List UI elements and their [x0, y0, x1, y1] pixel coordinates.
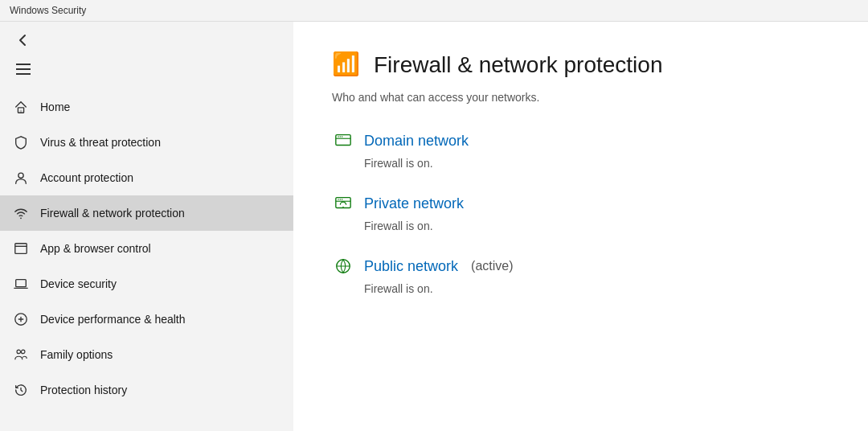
heart-icon — [13, 311, 29, 327]
sidebar-item-label-firewall: Firewall & network protection — [40, 207, 185, 220]
wifi-icon — [13, 205, 29, 221]
back-button[interactable] — [10, 28, 284, 52]
network-icon-public — [332, 255, 354, 277]
sidebar-item-history[interactable]: Protection history — [0, 372, 293, 408]
network-header-public: Public network (active) — [332, 255, 829, 277]
hamburger-button[interactable] — [10, 59, 284, 80]
network-icon-private — [332, 192, 354, 215]
svg-rect-4 — [15, 244, 27, 254]
sidebar-top — [0, 22, 293, 86]
sidebar-item-firewall[interactable]: Firewall & network protection — [0, 195, 293, 231]
network-name-domain[interactable]: Domain network — [364, 133, 469, 150]
page-title: Firewall & network protection — [374, 52, 662, 78]
sidebar-item-label-account: Account protection — [40, 171, 133, 184]
sidebar-item-devicehealth[interactable]: Device performance & health — [0, 302, 293, 337]
person-icon — [13, 170, 29, 186]
network-name-public[interactable]: Public network — [364, 258, 458, 275]
sidebar-item-virus[interactable]: Virus & threat protection — [0, 125, 293, 160]
svg-point-19 — [340, 199, 341, 199]
sidebar-item-label-virus: Virus & threat protection — [40, 136, 161, 149]
sidebar-item-account[interactable]: Account protection — [0, 160, 293, 195]
network-status-private: Firewall is on. — [364, 220, 829, 232]
page-subtitle: Who and what can access your networks. — [332, 91, 829, 104]
network-name-private[interactable]: Private network — [364, 195, 464, 212]
network-section-private: Private networkFirewall is on. — [332, 192, 829, 232]
sidebar-item-devicesecurity[interactable]: Device security — [0, 266, 293, 302]
laptop-icon — [13, 276, 29, 292]
page-header-icon: 📶 — [332, 47, 361, 83]
svg-point-2 — [18, 173, 23, 178]
network-sections: Domain networkFirewall is on.Private net… — [332, 129, 829, 295]
hamburger-icon — [16, 64, 31, 75]
network-status-domain: Firewall is on. — [364, 157, 829, 170]
title-bar: Windows Security — [0, 0, 868, 22]
svg-point-20 — [342, 199, 342, 199]
svg-point-13 — [338, 136, 338, 137]
sidebar: HomeVirus & threat protectionAccount pro… — [0, 22, 293, 431]
content-area: 📶 Firewall & network protection Who and … — [293, 22, 868, 431]
network-status-public: Firewall is on. — [364, 282, 829, 295]
sidebar-item-label-devicesecurity: Device security — [40, 277, 117, 290]
network-header-domain: Domain network — [332, 129, 829, 152]
title-bar-text: Windows Security — [10, 5, 86, 16]
svg-point-18 — [338, 199, 338, 199]
svg-point-3 — [20, 217, 22, 219]
firewall-page-icon: 📶 — [332, 47, 361, 76]
sidebar-item-label-history: Protection history — [40, 384, 127, 396]
sidebar-item-appbrowser[interactable]: App & browser control — [0, 231, 293, 266]
sidebar-item-home[interactable]: Home — [0, 89, 293, 125]
svg-point-8 — [17, 350, 21, 354]
network-icon-domain — [332, 129, 354, 152]
sidebar-item-label-appbrowser: App & browser control — [40, 242, 151, 255]
main-layout: HomeVirus & threat protectionAccount pro… — [0, 22, 868, 431]
sidebar-item-label-devicehealth: Device performance & health — [40, 313, 186, 326]
network-active-label-public: (active) — [471, 259, 513, 273]
page-header: 📶 Firewall & network protection — [332, 47, 829, 83]
sidebar-item-family[interactable]: Family options — [0, 337, 293, 372]
shield-icon — [13, 134, 29, 150]
svg-rect-1 — [20, 110, 23, 113]
home-icon — [13, 99, 29, 115]
back-arrow-icon — [16, 33, 31, 47]
history-icon — [13, 382, 29, 398]
sidebar-item-label-home: Home — [40, 101, 70, 113]
svg-text:📶: 📶 — [332, 51, 360, 76]
svg-point-14 — [340, 136, 341, 137]
family-icon — [13, 347, 29, 363]
network-section-domain: Domain networkFirewall is on. — [332, 129, 829, 170]
svg-point-15 — [342, 136, 342, 137]
svg-rect-6 — [16, 280, 27, 287]
svg-point-21 — [342, 207, 343, 207]
svg-point-9 — [21, 350, 25, 354]
network-section-public: Public network (active)Firewall is on. — [332, 255, 829, 295]
appbrowser-icon — [13, 240, 29, 257]
network-header-private: Private network — [332, 192, 829, 215]
nav-list: HomeVirus & threat protectionAccount pro… — [0, 89, 293, 408]
sidebar-item-label-family: Family options — [40, 348, 113, 361]
